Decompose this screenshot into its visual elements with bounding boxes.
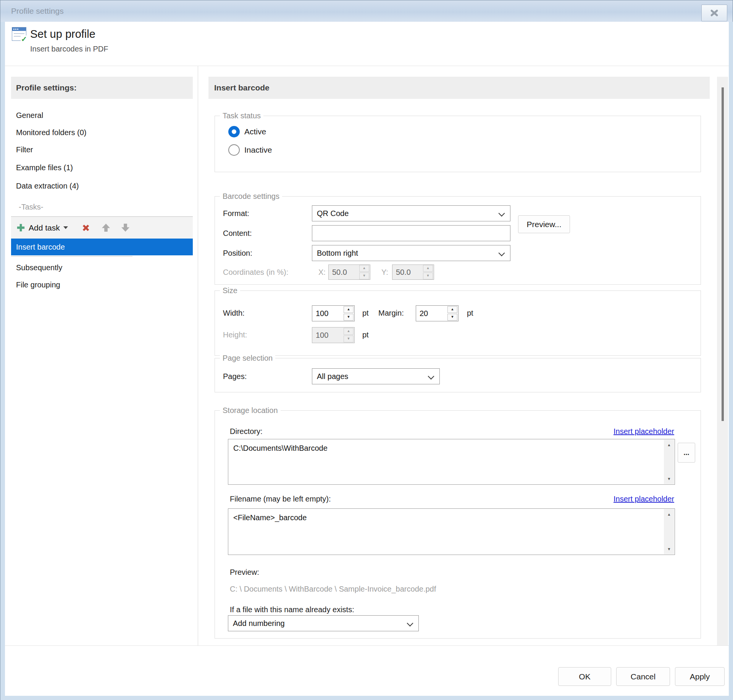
sidebar-item-example-files[interactable]: Example files (1) <box>11 159 193 176</box>
page-selection-group: Page selection Pages: All pages <box>215 358 701 392</box>
preview-button[interactable]: Preview... <box>518 215 570 233</box>
directory-value: C:\Documents\WithBarcode <box>233 444 328 453</box>
arrow-up-icon <box>101 223 111 233</box>
profile-wizard-icon: ✓ <box>12 27 26 41</box>
panel-heading: Insert barcode <box>208 77 710 99</box>
panel-scrollbar-thumb[interactable] <box>722 87 724 421</box>
file-exists-value: Add numbering <box>233 616 285 631</box>
filename-insert-placeholder-link[interactable]: Insert placeholder <box>614 492 674 506</box>
sidebar-item-data-extraction[interactable]: Data extraction (4) <box>11 177 193 195</box>
spin-down-icon[interactable]: ▼ <box>447 314 457 321</box>
browse-directory-button[interactable]: ... <box>678 443 695 463</box>
filename-label: Filename (may be left empty): <box>230 492 331 506</box>
window-border-bottom <box>0 696 733 700</box>
scroll-up-icon[interactable]: ▲ <box>664 443 674 447</box>
window-border-right <box>729 22 733 696</box>
filename-scrollbar[interactable]: ▲ ▼ <box>664 509 674 554</box>
content-input[interactable] <box>312 225 510 241</box>
radio-inactive[interactable]: Inactive <box>228 144 272 156</box>
position-dropdown[interactable]: Bottom right <box>312 245 510 261</box>
storage-location-legend: Storage location <box>220 405 281 415</box>
add-task-label: Add task <box>29 223 60 232</box>
size-legend: Size <box>220 285 240 295</box>
directory-label: Directory: <box>230 424 263 438</box>
preview-label: Preview: <box>230 565 259 579</box>
spin-up-icon[interactable]: ▲ <box>447 306 457 313</box>
preview-path: C: \ Documents \ WithBarcode \ Sample-In… <box>230 582 436 596</box>
scroll-down-icon[interactable]: ▼ <box>664 477 674 481</box>
directory-scrollbar[interactable]: ▲ ▼ <box>664 440 674 484</box>
delete-x-icon <box>81 223 91 233</box>
height-value: 100 <box>312 327 344 343</box>
page-title: Set up profile <box>30 28 95 40</box>
task-item-insert-barcode[interactable]: Insert barcode <box>11 239 193 255</box>
sidebar-item-monitored-folders[interactable]: Monitored folders (0) <box>11 124 193 141</box>
window-title: Profile settings <box>11 0 64 22</box>
spin-down-icon[interactable]: ▼ <box>344 314 354 321</box>
profile-settings-dialog: Profile settings ✓ Set up profile Insert… <box>0 0 733 700</box>
storage-location-group: Storage location Directory: Insert place… <box>215 410 701 639</box>
panel-scrollbar[interactable] <box>717 77 728 645</box>
scroll-up-icon[interactable]: ▲ <box>664 512 674 516</box>
radio-active[interactable]: Active <box>228 126 266 137</box>
apply-button[interactable]: Apply <box>675 667 725 686</box>
barcode-settings-legend: Barcode settings <box>220 191 282 201</box>
chevron-down-icon <box>499 210 505 217</box>
sidebar-item-general[interactable]: General <box>11 106 193 124</box>
sidebar-item-filter[interactable]: Filter <box>11 141 193 158</box>
pages-value: All pages <box>317 369 348 384</box>
filename-textarea[interactable]: <FileName>_barcode ▲ ▼ <box>228 508 675 555</box>
coordinate-x-label: X: <box>318 265 326 280</box>
task-status-group: Task status Active Inactive <box>215 116 701 172</box>
chevron-down-icon <box>407 620 413 627</box>
filename-value: <FileName>_barcode <box>233 513 307 522</box>
task-list-separator <box>11 256 132 256</box>
titlebar: Profile settings <box>0 0 733 22</box>
task-toolbar: Add task <box>11 216 193 239</box>
file-exists-dropdown[interactable]: Add numbering <box>228 615 419 631</box>
height-spinner: 100 ▲ ▼ <box>312 327 355 343</box>
radio-selected-icon <box>228 126 240 137</box>
ok-button[interactable]: OK <box>558 667 611 686</box>
cancel-button[interactable]: Cancel <box>616 667 670 686</box>
header-divider <box>5 66 729 66</box>
width-spinner[interactable]: 100 ▲ ▼ <box>312 305 355 321</box>
directory-textarea[interactable]: C:\Documents\WithBarcode ▲ ▼ <box>228 439 675 485</box>
position-label: Position: <box>223 245 252 261</box>
spin-down-icon: ▼ <box>359 273 369 279</box>
size-group: Size Width: 100 ▲ ▼ pt Margin: 20 ▲ ▼ pt… <box>215 290 701 356</box>
move-task-up-button[interactable] <box>101 223 111 233</box>
margin-value: 20 <box>416 306 447 321</box>
content-label: Content: <box>223 225 252 241</box>
margin-spinner[interactable]: 20 ▲ ▼ <box>416 305 459 321</box>
pages-label: Pages: <box>223 368 247 384</box>
format-dropdown[interactable]: QR Code <box>312 205 510 221</box>
coordinate-x-value: 50.0 <box>329 265 359 279</box>
format-value: QR Code <box>317 206 349 221</box>
spin-up-icon: ▲ <box>359 265 369 272</box>
tasks-section-label: -Tasks- <box>11 198 193 216</box>
spin-down-icon: ▼ <box>344 335 354 342</box>
chevron-down-icon <box>499 250 505 256</box>
scroll-down-icon[interactable]: ▼ <box>664 547 674 551</box>
radio-unselected-icon <box>228 144 240 156</box>
move-task-down-button[interactable] <box>120 223 131 233</box>
margin-unit: pt <box>467 305 473 321</box>
coordinate-x-spinner: 50.0 ▲ ▼ <box>328 265 370 280</box>
check-icon: ✓ <box>21 35 27 43</box>
radio-active-label: Active <box>244 127 266 136</box>
margin-label: Margin: <box>378 305 404 321</box>
sidebar-heading: Profile settings: <box>11 77 193 99</box>
sidebar-item-file-grouping[interactable]: File grouping <box>11 276 193 293</box>
close-button[interactable] <box>701 5 727 21</box>
spin-up-icon[interactable]: ▲ <box>344 306 354 313</box>
sidebar-item-subsequently[interactable]: Subsequently <box>11 259 193 276</box>
position-value: Bottom right <box>317 245 358 261</box>
height-label: Height: <box>223 327 247 343</box>
width-label: Width: <box>223 305 245 321</box>
delete-task-button[interactable] <box>81 223 91 233</box>
add-task-button[interactable]: Add task <box>16 223 68 233</box>
pages-dropdown[interactable]: All pages <box>312 368 440 384</box>
directory-insert-placeholder-link[interactable]: Insert placeholder <box>614 424 674 438</box>
close-icon <box>710 8 719 18</box>
